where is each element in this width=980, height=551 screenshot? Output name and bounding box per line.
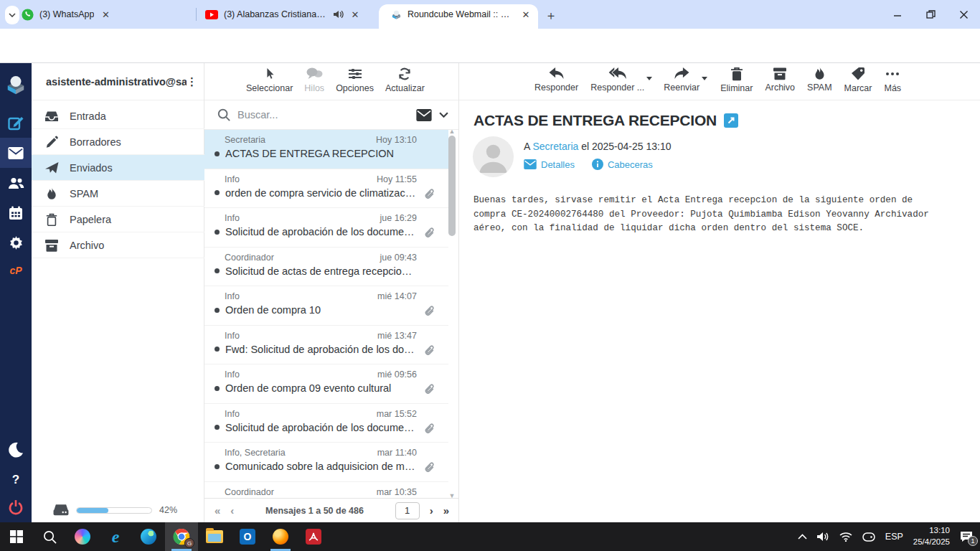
archive-label: Archivo <box>765 83 795 93</box>
start-button[interactable] <box>0 522 33 551</box>
acrobat-button[interactable] <box>297 522 330 551</box>
options-button[interactable]: Opciones <box>336 67 374 93</box>
calendar-icon <box>9 206 23 220</box>
message-row[interactable]: Info mar 15:52 Solicitud de aprobación d… <box>204 404 448 443</box>
message-row[interactable]: Info mié 13:47 Fwd: Solicitud de aprobac… <box>204 326 448 365</box>
new-tab-button[interactable]: ＋ <box>543 7 559 23</box>
audio-playing-icon <box>334 10 344 19</box>
quota-percent: 42% <box>159 505 177 515</box>
cpanel-nav-button[interactable]: cP <box>0 255 32 286</box>
folder-archivo[interactable]: Archivo <box>32 232 204 258</box>
roundcube-icon <box>391 9 402 21</box>
select-button[interactable]: Seleccionar <box>246 67 293 93</box>
tab-whatsapp[interactable]: (3) WhatsApp ✕ <box>22 0 190 29</box>
copilot-button[interactable] <box>66 522 99 551</box>
message-row[interactable]: Coordinador mar 10:35 <box>204 482 448 499</box>
folder-entrada[interactable]: Entrada <box>32 103 204 129</box>
first-page-button[interactable]: « <box>215 504 220 517</box>
device-indicator-icon <box>862 532 875 542</box>
reply-all-dropdown-caret[interactable] <box>646 77 652 80</box>
message-sender: Coordinador <box>225 253 274 263</box>
forward-button[interactable]: Reenviar <box>664 67 699 93</box>
close-icon[interactable]: ✕ <box>100 9 111 20</box>
mark-button[interactable]: Marcar <box>844 67 872 93</box>
folder-papelera[interactable]: Papelera <box>32 207 204 232</box>
folder-spam[interactable]: SPAM <box>32 181 204 207</box>
cursor-icon <box>263 67 276 81</box>
tab-roundcube-active[interactable]: Roundcube Webmail :: Enviados ✕ <box>391 0 531 29</box>
list-scrollbar[interactable]: ▲ ▼ <box>448 130 457 498</box>
folder-enviados[interactable]: Enviados <box>32 155 204 181</box>
notification-center-button[interactable]: 1 <box>960 531 973 542</box>
search-options-chevron-icon[interactable] <box>439 112 448 118</box>
refresh-button[interactable]: Actualizar <box>385 67 425 93</box>
message-row[interactable]: Info mié 14:07 Orden de compra 10 <box>204 286 448 326</box>
wifi-button[interactable] <box>839 532 852 542</box>
settings-nav-button[interactable] <box>0 228 32 258</box>
reply-button[interactable]: Responder <box>534 67 578 93</box>
forward-dropdown-caret[interactable] <box>702 77 707 80</box>
search-input[interactable] <box>237 109 409 121</box>
more-label: Más <box>884 83 901 93</box>
logout-button[interactable] <box>0 492 32 522</box>
message-row[interactable]: Secretaria Hoy 13:10 ACTAS DE ENTREGA RE… <box>204 130 448 169</box>
mail-nav-button[interactable] <box>0 138 32 168</box>
message-row[interactable]: Info mié 09:56 Orden de compra 09 evento… <box>204 364 448 404</box>
minimize-button[interactable] <box>881 0 914 29</box>
scroll-up-arrow-icon[interactable]: ▲ <box>448 128 456 135</box>
compose-button[interactable] <box>0 108 32 138</box>
page-number-input[interactable] <box>395 502 420 519</box>
details-toggle[interactable]: Detalles <box>524 159 575 170</box>
maximize-button[interactable] <box>914 0 947 29</box>
tab-separator <box>196 8 197 21</box>
message-subject: Fwd: Solicitud de aprobación de los docu… <box>225 344 417 355</box>
prev-page-button[interactable]: ‹ <box>230 504 234 517</box>
archive-button[interactable]: Archivo <box>765 67 795 93</box>
more-button[interactable]: Más <box>884 67 901 93</box>
threads-chat-icon <box>306 67 323 81</box>
taskbar-search-button[interactable] <box>33 522 66 551</box>
app-rail: cP ? <box>0 63 32 522</box>
message-row[interactable]: Info Hoy 11:55 orden de compra servicio … <box>204 169 448 209</box>
help-button[interactable]: ? <box>0 465 32 495</box>
spam-button[interactable]: SPAM <box>807 67 832 93</box>
chrome-button[interactable]: G <box>165 522 198 551</box>
threads-button[interactable]: Hilos <box>304 67 324 93</box>
quota-bar <box>76 507 152 514</box>
tab-search-button[interactable] <box>5 6 19 24</box>
firefox-button[interactable] <box>264 522 297 551</box>
open-in-new-window-icon[interactable] <box>724 113 738 128</box>
file-explorer-button[interactable] <box>198 522 231 551</box>
search-scope-mail-icon[interactable] <box>416 109 432 121</box>
edge-button[interactable] <box>132 522 165 551</box>
message-row[interactable]: Info, Secretaria mar 11:40 Comunicado so… <box>204 443 448 482</box>
tray-expand-button[interactable] <box>798 534 807 540</box>
outlook-button[interactable]: O <box>231 522 264 551</box>
account-menu-button[interactable]: ⋮ <box>187 80 197 83</box>
close-icon[interactable]: ✕ <box>349 9 361 20</box>
delete-button[interactable]: Eliminar <box>720 67 753 93</box>
dark-mode-button[interactable] <box>0 435 32 465</box>
message-reader-panel: Responder Responder ... Reenviar <box>459 63 980 522</box>
internet-explorer-button[interactable]: e <box>99 522 132 551</box>
scrollbar-thumb[interactable] <box>448 136 456 236</box>
message-row[interactable]: Info jue 16:29 Solicitud de aprobación d… <box>204 208 448 248</box>
headers-toggle[interactable]: Cabeceras <box>592 159 653 170</box>
message-sender: Info <box>225 409 240 419</box>
contacts-nav-button[interactable] <box>0 168 32 198</box>
clock[interactable]: 13:10 25/4/2025 <box>913 525 950 547</box>
recipient-link[interactable]: Secretaria <box>532 141 578 152</box>
language-indicator[interactable]: ESP <box>885 532 903 542</box>
tab-youtube[interactable]: (3) Alabanzas Cristianas 202 ✕ <box>205 0 370 29</box>
calendar-nav-button[interactable] <box>0 198 32 228</box>
last-page-button[interactable]: » <box>443 504 449 517</box>
close-window-button[interactable] <box>947 0 980 29</box>
close-icon[interactable]: ✕ <box>521 9 531 20</box>
message-row[interactable]: Coordinador jue 09:43 Solicitud de actas… <box>204 248 448 287</box>
next-page-button[interactable]: › <box>430 504 433 517</box>
reply-all-button[interactable]: Responder ... <box>590 67 644 93</box>
volume-button[interactable] <box>817 532 829 542</box>
message-sender: Info <box>225 174 240 184</box>
touchpad-indicator-button[interactable] <box>862 532 875 542</box>
folder-borradores[interactable]: Borradores <box>32 129 204 155</box>
